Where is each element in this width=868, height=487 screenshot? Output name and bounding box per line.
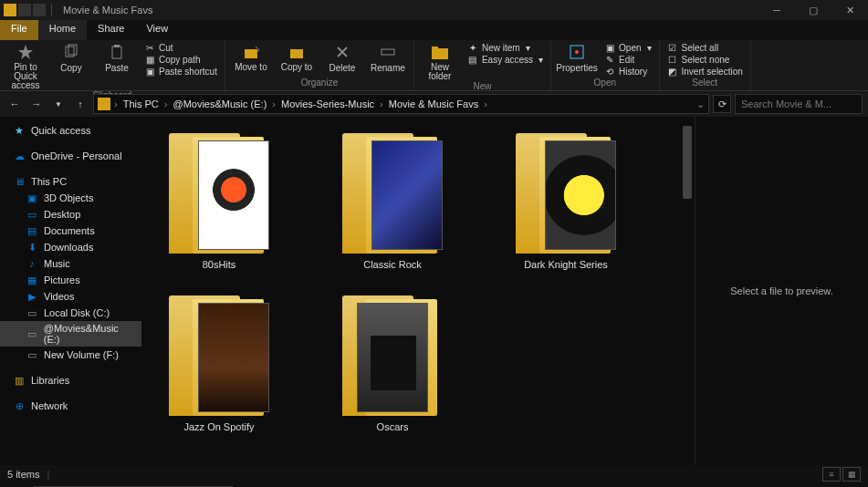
delete-button[interactable]: Delete — [322, 42, 362, 73]
breadcrumb-item[interactable]: Movie & Music Favs — [387, 98, 480, 109]
breadcrumb-item[interactable]: Movies-Series-Music — [279, 98, 376, 109]
folder-item[interactable]: Jazz On Spotify — [160, 288, 278, 432]
organize-group-label: Organize — [231, 78, 408, 88]
forward-button[interactable]: → — [27, 95, 46, 113]
recent-button[interactable]: ▼ — [49, 95, 68, 113]
sidebar-onedrive[interactable]: ☁OneDrive - Personal — [0, 148, 141, 164]
sidebar-this-pc[interactable]: 🖥This PC — [0, 173, 141, 190]
sidebar-music[interactable]: ♪Music — [0, 255, 141, 272]
folder-label: 80sHits — [203, 259, 236, 270]
chevron-right-icon[interactable]: › — [270, 98, 277, 109]
properties-icon — [567, 42, 587, 62]
minimize-button[interactable]: ─ — [758, 0, 795, 20]
easy-access-button[interactable]: ▤Easy access▾ — [465, 54, 545, 65]
svg-rect-5 — [290, 49, 303, 58]
new-item-button[interactable]: ✦New item▾ — [465, 42, 545, 53]
cut-button[interactable]: ✂Cut — [142, 42, 219, 53]
open-group-label: Open — [557, 78, 653, 88]
sidebar-drive-e[interactable]: ▭@Movies&Music (E:) — [0, 321, 141, 347]
select-none-button[interactable]: ☐Select none — [665, 54, 745, 65]
copy-path-icon: ▦ — [144, 54, 155, 65]
folder-item[interactable]: Dark Knight Series — [507, 126, 625, 270]
drive-icon: ▭ — [26, 306, 38, 319]
folder-icon — [4, 4, 16, 16]
breadcrumb-item[interactable]: This PC — [121, 98, 161, 109]
sidebar-network[interactable]: ⊕Network — [0, 398, 141, 414]
thumbnails-view-button[interactable]: ▦ — [842, 467, 861, 482]
sidebar-documents[interactable]: ▤Documents — [0, 223, 141, 239]
sidebar-drive-f[interactable]: ▭New Volume (F:) — [0, 347, 141, 363]
folder-label: Classic Rock — [363, 259, 422, 270]
tab-home[interactable]: Home — [38, 20, 87, 40]
select-none-icon: ☐ — [667, 54, 678, 65]
open-button[interactable]: ▣Open▾ — [602, 42, 653, 53]
qat-icon[interactable] — [18, 4, 31, 16]
open-icon: ▣ — [604, 42, 615, 53]
search-input[interactable]: Search Movie & M... — [735, 94, 863, 114]
history-icon: ⟲ — [604, 66, 615, 77]
status-bar: 5 items | ≡ ▦ — [0, 465, 868, 483]
preview-pane: Select a file to preview. — [695, 117, 868, 465]
history-button[interactable]: ⟲History — [602, 66, 653, 77]
folder-item[interactable]: 80sHits — [160, 126, 278, 270]
paste-shortcut-button[interactable]: ▣Paste shortcut — [142, 66, 219, 77]
sidebar-3d-objects[interactable]: ▣3D Objects — [0, 190, 141, 206]
address-bar[interactable]: › This PC › @Movies&Music (E:) › Movies-… — [93, 94, 709, 114]
new-group-label: New — [420, 81, 545, 92]
tab-file[interactable]: File — [0, 20, 38, 40]
folder-label: Oscars — [377, 421, 409, 432]
close-button[interactable]: ✕ — [831, 0, 868, 20]
libraries-icon: ▥ — [13, 374, 26, 387]
copy-to-button[interactable]: Copy to — [277, 42, 317, 72]
breadcrumb-item[interactable]: @Movies&Music (E:) — [171, 98, 268, 109]
chevron-right-icon[interactable]: › — [378, 98, 385, 109]
folder-item[interactable]: Oscars — [333, 288, 452, 432]
details-view-button[interactable]: ≡ — [822, 467, 841, 482]
pictures-icon: ▦ — [26, 274, 38, 286]
invert-selection-button[interactable]: ◩Invert selection — [665, 66, 745, 77]
sidebar-libraries[interactable]: ▥Libraries — [0, 372, 141, 389]
folder-thumbnail — [342, 126, 443, 254]
star-icon: ★ — [13, 124, 26, 137]
svg-rect-3 — [114, 45, 120, 47]
address-dropdown-button[interactable]: ⌄ — [696, 98, 705, 110]
scrollbar-thumb[interactable] — [683, 126, 692, 199]
sidebar-quick-access[interactable]: ★Quick access — [0, 122, 141, 139]
qat-icon[interactable] — [33, 4, 46, 16]
chevron-right-icon[interactable]: › — [112, 98, 120, 109]
back-button[interactable]: ← — [5, 95, 24, 113]
scrollbar[interactable] — [680, 117, 695, 465]
maximize-button[interactable]: ▢ — [795, 0, 831, 20]
sidebar-pictures[interactable]: ▦Pictures — [0, 272, 141, 288]
move-icon — [241, 42, 261, 62]
select-all-button[interactable]: ☑Select all — [665, 42, 745, 53]
folder-item[interactable]: Classic Rock — [333, 126, 452, 270]
paste-button[interactable]: Paste — [97, 42, 137, 73]
copy-button[interactable]: Copy — [51, 42, 91, 73]
rename-button[interactable]: Rename — [368, 42, 408, 73]
tab-view[interactable]: View — [135, 20, 179, 40]
properties-button[interactable]: Properties — [557, 42, 597, 73]
chevron-right-icon[interactable]: › — [162, 98, 170, 109]
folder-thumbnail — [342, 288, 443, 416]
ribbon-tabs: File Home Share View — [0, 20, 868, 40]
sidebar-videos[interactable]: ▶Videos — [0, 288, 141, 305]
new-folder-button[interactable]: New folder — [420, 42, 460, 81]
refresh-button[interactable]: ⟳ — [713, 95, 731, 113]
sidebar-downloads[interactable]: ⬇Downloads — [0, 239, 141, 255]
window-title: Movie & Music Favs — [63, 5, 152, 16]
folder-thumbnail — [169, 126, 269, 254]
sidebar-local-c[interactable]: ▭Local Disk (C:) — [0, 305, 141, 321]
pin-quick-access-button[interactable]: Pin to Quick access — [5, 42, 46, 90]
up-button[interactable]: ↑ — [71, 95, 89, 113]
sidebar-desktop[interactable]: ▭Desktop — [0, 206, 141, 223]
easy-access-icon: ▤ — [467, 54, 478, 65]
tab-share[interactable]: Share — [87, 20, 135, 40]
copy-path-button[interactable]: ▦Copy path — [142, 54, 219, 65]
edit-button[interactable]: ✎Edit — [602, 54, 653, 65]
file-view[interactable]: 80sHitsClassic RockDark Knight SeriesJaz… — [141, 117, 680, 465]
music-icon: ♪ — [26, 257, 38, 270]
chevron-right-icon[interactable]: › — [482, 98, 489, 109]
move-to-button[interactable]: Move to — [231, 42, 271, 72]
new-folder-icon — [430, 42, 450, 62]
